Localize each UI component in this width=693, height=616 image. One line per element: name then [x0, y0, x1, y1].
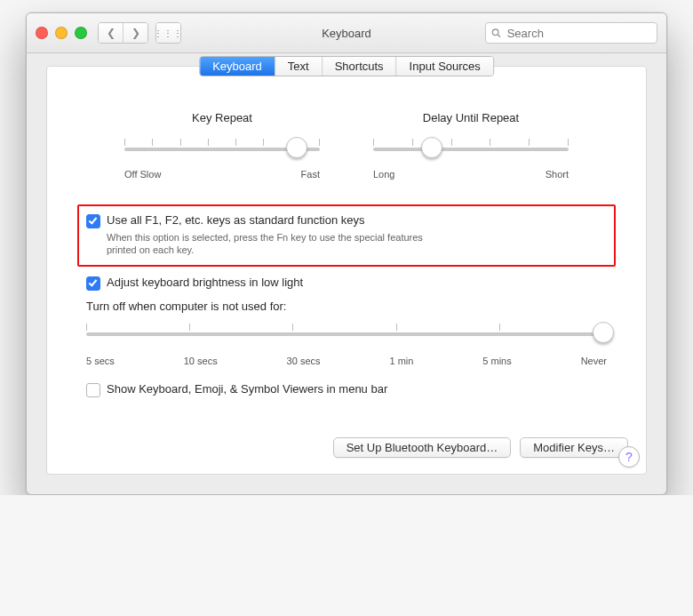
svg-line-1 — [498, 35, 500, 37]
window-body: Keyboard Text Shortcuts Input Sources Ke… — [27, 53, 666, 494]
nav-back-button[interactable]: ❮ — [99, 23, 123, 43]
grid-icon: ⋮⋮⋮ — [155, 28, 181, 38]
help-button[interactable]: ? — [618, 446, 640, 468]
tab-text[interactable]: Text — [275, 57, 322, 76]
help-icon: ? — [625, 450, 633, 464]
window-controls — [36, 27, 87, 39]
fn-keys-checkbox[interactable] — [86, 214, 100, 228]
delay-repeat-slider[interactable] — [373, 140, 569, 165]
viewers-label: Show Keyboard, Emoji, & Symbol Viewers i… — [107, 382, 387, 397]
brightness-label: Adjust keyboard brightness in low light — [107, 276, 303, 291]
delay-repeat-knob[interactable] — [421, 137, 442, 158]
options: Use all F1, F2, etc. keys as standard fu… — [72, 204, 621, 397]
key-repeat-slider[interactable] — [124, 140, 320, 165]
key-repeat-min-label: Off Slow — [124, 169, 161, 180]
delay-repeat-label: Delay Until Repeat — [373, 111, 569, 124]
turnoff-tick-labels: 5 secs 10 secs 30 secs 1 min 5 mins Neve… — [86, 356, 607, 366]
preferences-window: ❮ ❯ ⋮⋮⋮ Keyboard Keyboard Text Shortcuts… — [26, 12, 667, 495]
viewers-checkbox[interactable] — [86, 383, 100, 397]
search-field[interactable] — [485, 22, 657, 44]
delay-repeat-block: Delay Until Repeat Long Short — [373, 111, 569, 180]
delay-repeat-max-label: Short — [546, 169, 569, 180]
fn-keys-label: Use all F1, F2, etc. keys as standard fu… — [107, 213, 426, 228]
bottom-buttons: Set Up Bluetooth Keyboard… Modifier Keys… — [333, 437, 628, 458]
tab-shortcuts[interactable]: Shortcuts — [322, 57, 396, 76]
turnoff-knob[interactable] — [593, 322, 614, 343]
modifier-keys-button[interactable]: Modifier Keys… — [520, 437, 628, 458]
chevron-left-icon: ❮ — [107, 27, 116, 39]
setup-bluetooth-button[interactable]: Set Up Bluetooth Keyboard… — [333, 437, 512, 458]
key-repeat-label: Key Repeat — [124, 111, 320, 124]
slider-row: Key Repeat Off Slow Fast Delay Until Rep… — [72, 111, 621, 187]
zoom-window-button[interactable] — [75, 27, 87, 39]
turnoff-block: Turn off when computer is not used for: … — [86, 300, 607, 366]
turnoff-label: Turn off when computer is not used for: — [86, 300, 607, 313]
tab-bar: Keyboard Text Shortcuts Input Sources — [199, 56, 494, 76]
titlebar: ❮ ❯ ⋮⋮⋮ Keyboard — [27, 13, 666, 53]
close-window-button[interactable] — [36, 27, 48, 39]
chevron-right-icon: ❯ — [131, 27, 140, 39]
minimize-window-button[interactable] — [55, 27, 68, 39]
nav-forward-button[interactable]: ❯ — [123, 23, 147, 43]
nav-back-forward: ❮ ❯ — [98, 22, 148, 44]
tab-input-sources[interactable]: Input Sources — [396, 57, 493, 76]
highlighted-option: Use all F1, F2, etc. keys as standard fu… — [77, 204, 616, 267]
fn-keys-help: When this option is selected, press the … — [107, 231, 426, 257]
tab-keyboard[interactable]: Keyboard — [200, 57, 275, 76]
turnoff-slider[interactable] — [86, 325, 603, 350]
brightness-checkbox[interactable] — [86, 276, 100, 291]
show-all-button[interactable]: ⋮⋮⋮ — [155, 22, 181, 44]
svg-point-0 — [492, 29, 498, 36]
search-input[interactable] — [506, 26, 651, 41]
search-icon — [491, 28, 501, 38]
key-repeat-max-label: Fast — [301, 169, 320, 180]
delay-repeat-min-label: Long — [373, 169, 394, 180]
key-repeat-block: Key Repeat Off Slow Fast — [124, 111, 320, 180]
key-repeat-knob[interactable] — [286, 137, 307, 158]
content-panel: Keyboard Text Shortcuts Input Sources Ke… — [46, 66, 647, 475]
